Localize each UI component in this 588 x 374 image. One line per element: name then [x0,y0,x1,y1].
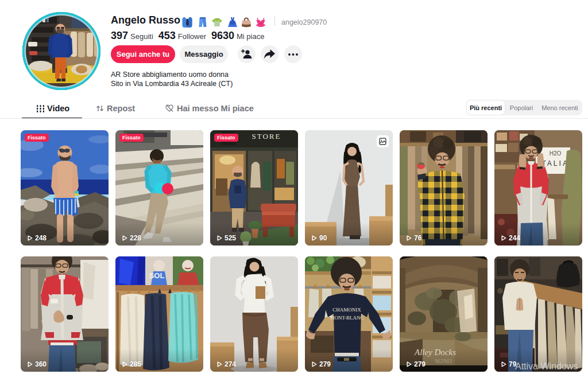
svg-text:MONT-BLANC: MONT-BLANC [330,315,363,321]
svg-text:H2O: H2O [550,150,562,157]
svg-text:CHAMONIX: CHAMONIX [332,307,361,313]
svg-text:STORE: STORE [252,132,281,141]
svg-text:SOL: SOL [149,271,165,280]
